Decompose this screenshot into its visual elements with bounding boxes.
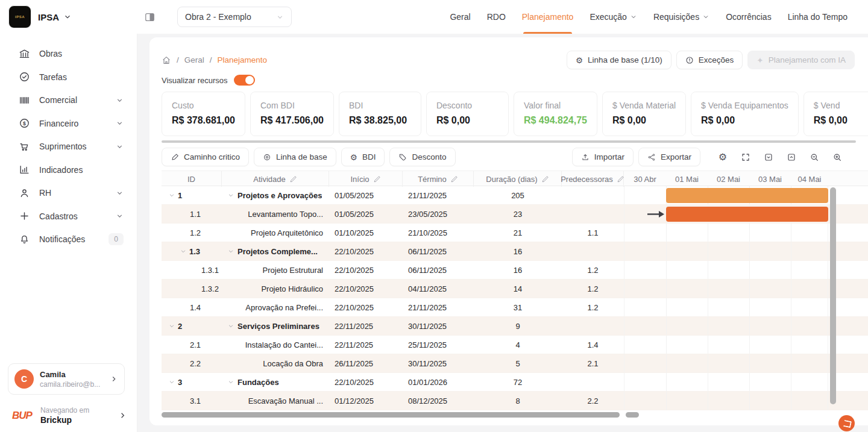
column-header-id[interactable]: ID <box>162 171 222 187</box>
collapse-chevron-icon[interactable] <box>228 379 234 385</box>
table-row[interactable]: 1.3.2 Projeto Hidráulico 22/10/2025 04/1… <box>162 280 868 298</box>
cell-start-date[interactable]: 01/05/2025 <box>329 205 403 223</box>
sidebar-item-notificacoes[interactable]: Notificações 0 <box>0 228 137 251</box>
cell-start-date[interactable]: 26/11/2025 <box>329 354 403 372</box>
cell-predecessor[interactable]: 1.1 <box>562 224 624 242</box>
sidebar-item-financeiro[interactable]: $ Financeiro <box>0 112 137 136</box>
table-row[interactable]: 1.3 Projetos Compleme... 22/10/2025 06/1… <box>162 242 868 261</box>
cell-end-date[interactable]: 23/05/2025 <box>403 205 474 223</box>
column-header-predecessoras[interactable]: Predecessoras <box>562 171 624 187</box>
gantt-horizontal-scrollbar[interactable] <box>626 412 639 418</box>
cell-duration[interactable]: 16 <box>474 261 562 279</box>
table-row[interactable]: 1.3.1 Projeto Estrutural 22/10/2025 06/1… <box>162 261 868 280</box>
cell-predecessor[interactable] <box>562 186 624 204</box>
pencil-icon[interactable] <box>373 175 381 183</box>
tab-execucao[interactable]: Execução <box>590 0 637 34</box>
cell-activity[interactable]: Levantamento Topo... <box>222 205 329 223</box>
cell-end-date[interactable]: 30/11/2025 <box>403 317 474 335</box>
bdi-button[interactable]: ⚙ BDI <box>341 148 385 166</box>
import-button[interactable]: Importar <box>572 148 634 166</box>
table-row[interactable]: 3.1 Escavação Manual ... 01/12/2025 08/1… <box>162 392 868 410</box>
table-row[interactable]: 2.1 Instalação do Cantei... 22/11/2025 2… <box>162 336 868 354</box>
collapse-chevron-icon[interactable] <box>228 192 234 198</box>
discount-button[interactable]: Desconto <box>389 148 455 166</box>
cell-duration[interactable]: 8 <box>474 392 562 410</box>
tab-linha-do-tempo[interactable]: Linha do Tempo <box>788 0 848 34</box>
tab-geral[interactable]: Geral <box>450 0 470 34</box>
collapse-chevron-icon[interactable] <box>169 192 175 198</box>
project-selector[interactable]: Obra 2 - Exemplo <box>177 7 292 27</box>
breadcrumb-geral[interactable]: Geral <box>184 55 204 64</box>
cell-predecessor[interactable]: 2.1 <box>562 354 624 372</box>
sidebar-item-comercial[interactable]: Comercial <box>0 89 137 112</box>
sidebar-item-rh[interactable]: RH <box>0 181 137 205</box>
home-icon[interactable] <box>162 55 171 65</box>
gantt-settings-gear-icon[interactable]: ⚙ <box>714 148 732 166</box>
cell-start-date[interactable]: 01/12/2025 <box>329 392 403 410</box>
column-header-atividade[interactable]: Atividade <box>222 171 329 187</box>
cell-activity[interactable]: Serviços Preliminares <box>222 317 329 335</box>
cell-duration[interactable]: 23 <box>474 205 562 223</box>
table-row[interactable]: 2.2 Locação da Obra 26/11/2025 30/11/202… <box>162 354 868 373</box>
exceptions-button[interactable]: Exceções <box>676 51 743 69</box>
cell-predecessor[interactable] <box>562 242 624 260</box>
cell-end-date[interactable]: 06/11/2025 <box>403 261 474 279</box>
pencil-icon[interactable] <box>617 175 624 183</box>
sidebar-item-suprimentos[interactable]: Suprimentos <box>0 135 137 158</box>
pencil-icon[interactable] <box>289 175 297 183</box>
cell-activity[interactable]: Instalação do Cantei... <box>222 336 329 354</box>
cell-activity[interactable]: Fundações <box>222 373 329 391</box>
tab-rdo[interactable]: RDO <box>487 0 506 34</box>
sidebar-item-indicadores[interactable]: Indicadores <box>0 158 137 182</box>
cell-duration[interactable]: 31 <box>474 298 562 316</box>
cell-start-date[interactable]: 01/05/2025 <box>329 186 403 204</box>
cell-activity[interactable]: Projeto Arquitetônico <box>222 224 329 242</box>
cards-scrollbar[interactable] <box>162 140 856 143</box>
cell-duration[interactable]: 21 <box>474 224 562 242</box>
sidebar-item-obras[interactable]: Obras <box>0 42 137 66</box>
collapse-chevron-icon[interactable] <box>169 379 175 385</box>
cell-duration[interactable]: 205 <box>474 186 562 204</box>
pencil-icon[interactable] <box>450 175 458 183</box>
tab-requisicoes[interactable]: Requisições <box>653 0 709 34</box>
cell-end-date[interactable]: 01/01/2026 <box>403 373 474 391</box>
cell-predecessor[interactable]: 1.4 <box>562 336 624 354</box>
cell-duration[interactable]: 72 <box>474 373 562 391</box>
cell-end-date[interactable]: 08/12/2025 <box>403 392 474 410</box>
cell-predecessor[interactable]: 2.2 <box>562 392 624 410</box>
zoom-in-icon[interactable] <box>828 148 846 166</box>
cell-predecessor[interactable] <box>562 317 624 335</box>
collapse-chevron-icon[interactable] <box>169 323 175 329</box>
org-logo[interactable]: IPSA <box>8 5 31 28</box>
cell-predecessor[interactable] <box>562 373 624 391</box>
cell-start-date[interactable]: 22/10/2025 <box>329 261 403 279</box>
cell-duration[interactable]: 5 <box>474 354 562 372</box>
cell-end-date[interactable]: 21/11/2025 <box>403 186 474 204</box>
cell-predecessor[interactable]: 1.2 <box>562 298 624 316</box>
cell-start-date[interactable]: 01/10/2025 <box>329 224 403 242</box>
collapse-chevron-icon[interactable] <box>228 323 234 329</box>
export-button[interactable]: Exportar <box>638 148 700 166</box>
gantt-vertical-scrollbar[interactable] <box>830 187 836 404</box>
cell-predecessor[interactable] <box>562 205 624 223</box>
sidebar-item-cadastros[interactable]: Cadastros <box>0 205 137 228</box>
cell-activity[interactable]: Projetos Compleme... <box>222 242 329 260</box>
cell-end-date[interactable]: 25/11/2025 <box>403 336 474 354</box>
tab-planejamento[interactable]: Planejamento <box>522 0 574 34</box>
collapse-all-icon[interactable] <box>760 148 778 166</box>
expand-all-icon[interactable] <box>782 148 800 166</box>
cell-activity[interactable]: Projeto Hidráulico <box>222 280 329 298</box>
cell-predecessor[interactable]: 1.2 <box>562 261 624 279</box>
cell-end-date[interactable]: 04/11/2025 <box>403 280 474 298</box>
cell-end-date[interactable]: 21/10/2025 <box>403 224 474 242</box>
collapse-chevron-icon[interactable] <box>180 248 186 254</box>
baseline-toggle-button[interactable]: Linha de base <box>254 148 336 166</box>
cell-activity[interactable]: Projetos e Aprovações <box>222 186 329 204</box>
cell-activity[interactable]: Escavação Manual ... <box>222 392 329 410</box>
ai-planning-button[interactable]: ✦ Planejamento com IA <box>747 51 855 69</box>
cell-duration[interactable]: 4 <box>474 336 562 354</box>
table-row[interactable]: 3 Fundações 22/10/2025 01/01/2026 72 <box>162 373 868 392</box>
critical-path-button[interactable]: Caminho critico <box>162 148 249 166</box>
fullscreen-icon[interactable] <box>737 148 755 166</box>
user-card[interactable]: C Camila camila.ribeiro@b... <box>8 363 125 395</box>
